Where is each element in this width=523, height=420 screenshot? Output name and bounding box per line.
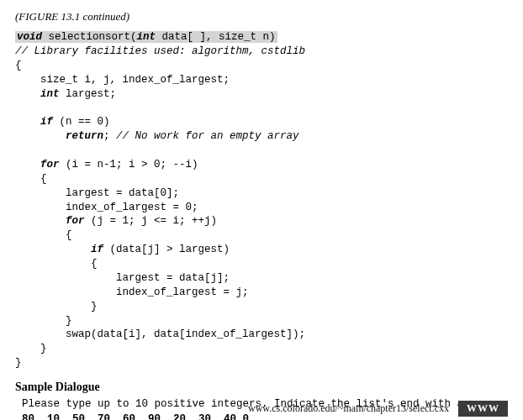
code-text: (data[j] > largest) xyxy=(103,244,230,255)
code-text: } xyxy=(15,343,47,354)
code-kw-if: if xyxy=(91,244,103,255)
code-text: } xyxy=(15,301,98,312)
code-text xyxy=(15,215,66,227)
code-comment: // Library facilities used: algorithm, c… xyxy=(15,45,305,57)
code-kw-if: if xyxy=(40,116,53,128)
code-kw-int: int xyxy=(40,88,60,100)
code-kw-for: for xyxy=(66,215,85,227)
code-text: ; xyxy=(103,130,116,142)
dialogue-input: 80 10 50 70 60 90 20 30 40 0 xyxy=(22,413,249,421)
code-text xyxy=(15,130,66,142)
code-text: (n == 0) xyxy=(53,116,110,128)
www-badge: WWW xyxy=(458,401,508,417)
code-kw-void: void xyxy=(17,31,42,43)
figure-caption: (FIGURE 13.1 continued) xyxy=(15,10,508,24)
code-text: index_of_largest = 0; xyxy=(15,202,198,213)
code-text: size_t i, j, index_of_largest; xyxy=(15,74,230,86)
code-kw-int: int xyxy=(137,31,156,43)
code-text: } xyxy=(15,357,22,369)
footer: www.cs.colorado.edu/~main/chapter13/sele… xyxy=(248,401,508,417)
code-text xyxy=(15,244,91,255)
code-text: } xyxy=(15,315,72,327)
footer-url: www.cs.colorado.edu/~main/chapter13/sele… xyxy=(248,402,449,414)
code-kw-for: for xyxy=(40,159,60,171)
code-text xyxy=(15,116,40,128)
code-text xyxy=(15,159,40,171)
code-text: selectionsort( xyxy=(42,31,137,43)
code-kw-return: return xyxy=(66,130,103,142)
code-text: largest = data[0]; xyxy=(15,187,179,199)
code-text: index_of_largest = j; xyxy=(15,286,249,298)
code-text: { xyxy=(15,60,22,71)
code-text: { xyxy=(15,229,72,241)
code-text: (j = 1; j <= i; ++j) xyxy=(85,215,218,227)
code-text xyxy=(15,88,40,100)
code-text: swap(data[i], data[index_of_largest]); xyxy=(15,328,305,340)
code-comment: // No work for an empty array xyxy=(116,130,299,142)
code-text: data[ ], size_t n) xyxy=(156,31,276,43)
section-heading: Sample Dialogue xyxy=(15,381,508,394)
code-listing: void selectionsort(int data[ ], size_t n… xyxy=(15,30,508,370)
code-text: { xyxy=(15,173,47,185)
code-text: (i = n-1; i > 0; --i) xyxy=(60,159,198,171)
code-text: largest = data[j]; xyxy=(15,272,230,284)
code-text: largest; xyxy=(60,88,117,100)
page: (FIGURE 13.1 continued) void selectionso… xyxy=(0,0,523,420)
code-text: { xyxy=(15,258,98,270)
